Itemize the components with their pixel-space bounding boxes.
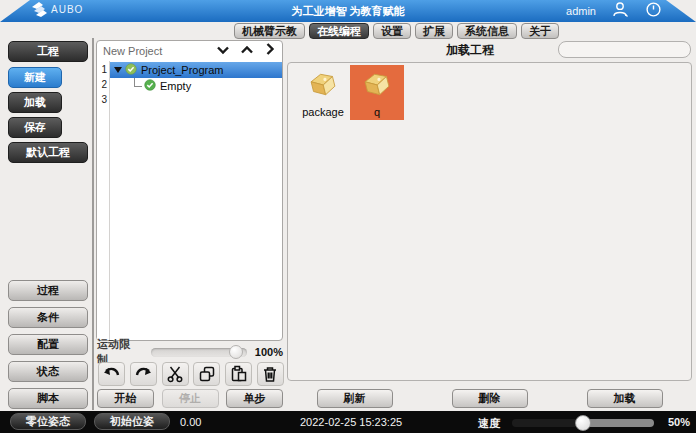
cut-icon [166, 365, 184, 383]
tree-branch-line [134, 78, 142, 87]
motion-limit-value: 100% [255, 346, 283, 358]
load-project-button[interactable]: 加载 [587, 389, 663, 408]
tab-settings[interactable]: 设置 [373, 23, 411, 39]
stop-button[interactable]: 停止 [162, 389, 219, 408]
step-button[interactable]: 单步 [226, 389, 283, 408]
sidebar-item-project[interactable]: 工程 [8, 41, 88, 62]
line-number: 2 [101, 79, 107, 90]
copy-button[interactable] [193, 362, 220, 386]
status-bar: 零位姿态 初始位姿 0.00 2022-02-25 15:23:25 速度 50… [0, 411, 696, 433]
refresh-button[interactable]: 刷新 [317, 389, 393, 408]
package-file-icon [306, 69, 340, 103]
sidebar-item-process[interactable]: 过程 [8, 280, 88, 301]
tree-node-label: Empty [160, 80, 191, 92]
tab-extensions[interactable]: 扩展 [415, 23, 453, 39]
cut-button[interactable] [162, 362, 189, 386]
init-pose-button[interactable]: 初始位姿 [94, 413, 170, 430]
motion-limit-slider-handle[interactable] [229, 345, 243, 359]
line-number-gutter: 1 2 3 [97, 61, 110, 340]
top-bar: AUBO 为工业增智 为教育赋能 admin [0, 0, 696, 22]
speed-label: 速度 [478, 416, 500, 431]
user-icon[interactable] [612, 1, 629, 22]
file-name: q [374, 106, 380, 118]
speed-value: 50% [668, 416, 690, 428]
load-panel-title: 加载工程 [400, 42, 540, 59]
tab-online-programming[interactable]: 在线编程 [309, 23, 369, 39]
line-number: 3 [101, 94, 107, 105]
package-file-icon [360, 69, 394, 103]
tab-system-info[interactable]: 系统信息 [457, 23, 517, 39]
undo-button[interactable] [98, 362, 125, 386]
delete-button[interactable] [257, 362, 284, 386]
app-window: AUBO 为工业增智 为教育赋能 admin 机械臂示教 在线编程 设置 扩展 … [0, 0, 696, 433]
status-value: 0.00 [180, 416, 201, 428]
sidebar-item-state[interactable]: 状态 [8, 361, 88, 382]
timestamp: 2022-02-25 15:23:25 [300, 416, 402, 428]
tree-node-project-program[interactable]: Project_Program [110, 62, 282, 78]
tab-robot-teach[interactable]: 机械臂示教 [234, 23, 305, 39]
search-box[interactable] [558, 41, 691, 58]
speed-slider[interactable] [512, 419, 654, 427]
delete-project-button[interactable]: 删除 [452, 389, 528, 408]
line-number: 1 [101, 64, 107, 75]
motion-limit-row: 运动限制 100% [97, 345, 283, 359]
search-input[interactable] [567, 44, 696, 55]
sidebar-item-load[interactable]: 加载 [8, 92, 62, 113]
sidebar-item-new[interactable]: 新建 [8, 67, 62, 88]
chevron-down-icon[interactable] [216, 42, 230, 60]
main-tab-bar: 机械臂示教 在线编程 设置 扩展 系统信息 关于 [234, 23, 559, 39]
speed-slider-handle[interactable] [575, 415, 591, 431]
chevron-up-icon[interactable] [240, 42, 254, 60]
redo-button[interactable] [130, 362, 157, 386]
load-panel-buttons: 刷新 删除 加载 [287, 389, 692, 408]
undo-icon [102, 366, 121, 382]
load-project-file-panel: package q [287, 62, 692, 381]
chevron-right-icon[interactable] [264, 42, 276, 60]
paste-icon [230, 365, 248, 383]
user-name: admin [566, 5, 596, 17]
file-item-package[interactable]: package [296, 65, 350, 120]
sidebar-divider [92, 38, 94, 410]
tree-node-empty[interactable]: Empty [110, 78, 282, 94]
redo-icon [134, 366, 153, 382]
motion-limit-slider[interactable] [151, 348, 247, 357]
tab-about[interactable]: 关于 [521, 23, 559, 39]
edit-toolbar [98, 362, 284, 386]
sidebar-item-save[interactable]: 保存 [8, 117, 62, 138]
sidebar-item-script[interactable]: 脚本 [8, 388, 88, 409]
start-button[interactable]: 开始 [97, 389, 154, 408]
power-icon[interactable] [645, 1, 662, 22]
copy-icon [198, 365, 216, 383]
sidebar-item-default-project[interactable]: 默认工程 [8, 142, 88, 163]
project-tree-panel: New Project 1 2 3 Project [96, 40, 283, 341]
expander-icon[interactable] [114, 67, 122, 73]
status-check-icon [144, 79, 156, 93]
sidebar-item-condition[interactable]: 条件 [8, 307, 88, 328]
project-tree-title: New Project [103, 45, 216, 57]
zero-pose-button[interactable]: 零位姿态 [10, 413, 86, 430]
run-controls: 开始 停止 单步 [97, 389, 283, 408]
paste-button[interactable] [225, 362, 252, 386]
file-name: package [302, 106, 344, 118]
file-item-q[interactable]: q [350, 65, 404, 120]
sidebar-item-config[interactable]: 配置 [8, 334, 88, 355]
tree-node-label: Project_Program [141, 64, 224, 76]
trash-icon [261, 365, 279, 383]
status-check-icon [125, 63, 137, 77]
